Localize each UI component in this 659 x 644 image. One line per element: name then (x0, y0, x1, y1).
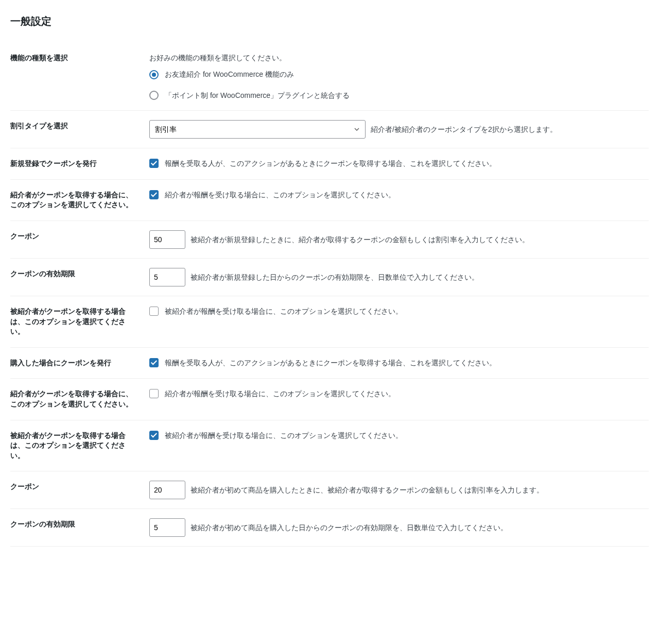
signup-coupon-label: 新規登録でクーポンを発行 (10, 148, 144, 180)
feature-type-radio-1[interactable] (149, 70, 159, 79)
referee-coupon-signup-label: 被紹介者がクーポンを取得する場合は、このオプションを選択てください。 (10, 296, 144, 347)
discount-type-select[interactable]: 割引率 (149, 120, 366, 139)
purchase-coupon-checkbox[interactable] (149, 358, 159, 367)
coupon-value-2-label: クーポン (10, 471, 144, 509)
feature-type-radio-2[interactable] (149, 91, 159, 100)
coupon-expiry-1-description: 被紹介者が新規登録した日からのクーポンの有効期限を、日数単位で入力してください。 (190, 272, 479, 283)
settings-table: 機能の種類を選択 お好みの機能の種類を選択してください。 お友達紹介 for W… (10, 43, 649, 547)
signup-coupon-checkbox[interactable] (149, 159, 159, 168)
referrer-coupon-signup-label: 紹介者がクーポンを取得する場合に、このオプションを選択してください。 (10, 179, 144, 221)
feature-type-option2-label: 「ポイント制 for WooCommerce」プラグインと統合する (165, 90, 350, 101)
coupon-expiry-2-description: 被紹介者が初めて商品を購入した日からのクーポンの有効期限を、日数単位で入力してく… (190, 522, 508, 533)
referee-coupon-purchase-description: 被紹介者が報酬を受け取る場合に、このオプションを選択してください。 (165, 430, 403, 441)
feature-type-option1-label: お友達紹介 for WooCommerce 機能のみ (165, 69, 294, 80)
referee-coupon-purchase-checkbox[interactable] (149, 431, 159, 440)
feature-type-description: お好みの機能の種類を選択してください。 (149, 52, 644, 63)
coupon-expiry-1-label: クーポンの有効期限 (10, 258, 144, 296)
coupon-value-2-input[interactable] (149, 481, 185, 499)
coupon-value-1-input[interactable] (149, 230, 185, 249)
coupon-expiry-2-input[interactable] (149, 518, 185, 537)
purchase-coupon-description: 報酬を受取る人が、このアクションがあるときにクーポンを取得する場合、これを選択し… (165, 357, 496, 368)
referrer-coupon-signup-checkbox[interactable] (149, 190, 159, 199)
coupon-value-1-description: 被紹介者が新規登録したときに、紹介者が取得するクーポンの金額もしくは割引率を入力… (190, 234, 529, 245)
signup-coupon-description: 報酬を受取る人が、このアクションがあるときにクーポンを取得する場合、これを選択し… (165, 158, 496, 169)
feature-type-label: 機能の種類を選択 (10, 43, 144, 111)
coupon-value-1-label: クーポン (10, 221, 144, 258)
referrer-coupon-purchase-label: 紹介者がクーポンを取得する場合に、このオプションを選択してください。 (10, 379, 144, 420)
referrer-coupon-purchase-checkbox[interactable] (149, 389, 159, 398)
purchase-coupon-label: 購入した場合にクーポンを発行 (10, 347, 144, 379)
coupon-expiry-1-input[interactable] (149, 268, 185, 286)
section-title: 一般設定 (10, 10, 649, 32)
discount-type-description: 紹介者/被紹介者のクーポンタイプを2択から選択します。 (371, 124, 557, 135)
referrer-coupon-signup-description: 紹介者が報酬を受け取る場合に、このオプションを選択してください。 (165, 189, 395, 200)
coupon-value-2-description: 被紹介者が初めて商品を購入したときに、被紹介者が取得するクーポンの金額もしくは割… (190, 484, 544, 496)
referrer-coupon-purchase-description: 紹介者が報酬を受け取る場合に、このオプションを選択してください。 (165, 388, 395, 399)
referee-coupon-signup-description: 被紹介者が報酬を受け取る場合に、このオプションを選択してください。 (165, 306, 403, 317)
referee-coupon-purchase-label: 被紹介者がクーポンを取得する場合は、このオプションを選択てください。 (10, 420, 144, 471)
referee-coupon-signup-checkbox[interactable] (149, 307, 159, 316)
coupon-expiry-2-label: クーポンの有効期限 (10, 509, 144, 547)
discount-type-label: 割引タイプを選択 (10, 111, 144, 148)
